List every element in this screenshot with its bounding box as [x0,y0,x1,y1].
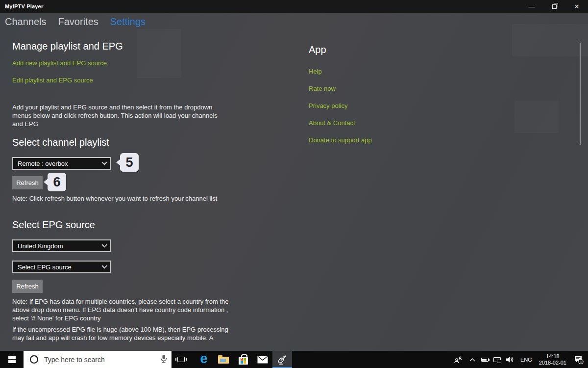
refresh-epg-button[interactable]: Refresh [12,280,43,293]
people-button[interactable] [451,351,466,368]
satellite-dish-icon [276,354,288,366]
search-placeholder: Type here to search [44,356,105,364]
edge-icon: e [200,352,207,366]
add-playlist-link[interactable]: Add new playlist and EPG source [12,59,107,67]
chevron-down-icon [101,159,107,165]
playlist-note: Note: Click refresh button whenever you … [12,194,228,203]
epg-note-1: Note: If EPG has data for multiple count… [12,297,230,322]
annotation-badge-5: 5 [120,153,139,172]
action-center-icon: 1 [573,354,585,365]
tray-overflow-button[interactable] [466,351,479,368]
edit-playlist-link[interactable]: Edit playlist and EPG source [12,77,93,84]
clock[interactable]: 14:18 2018-02-01 [536,351,569,368]
epg-source-value: Select EPG source [18,263,72,271]
taskbar-store[interactable] [233,351,253,368]
minimize-button[interactable]: — [520,0,543,13]
close-button[interactable]: ✕ [565,0,588,13]
epg-heading: Select EPG source [12,219,95,231]
background-highlight [512,24,588,56]
chevron-down-icon [101,263,107,268]
file-explorer-icon [218,357,229,364]
cortana-icon [30,355,38,364]
annotation-badge-6: 6 [48,173,66,191]
chevron-up-icon [469,358,475,362]
vertical-scrollbar[interactable] [580,43,581,145]
taskbar-file-explorer[interactable] [214,351,233,368]
epg-source-dropdown[interactable]: Select EPG source [12,261,111,273]
refresh-playlist-button[interactable]: Refresh [12,176,43,189]
store-icon [239,357,248,365]
tab-favorites[interactable]: Favorites [58,16,98,27]
windows-taskbar: Type here to search e [0,351,588,368]
privacy-policy-link[interactable]: Privacy policy [309,102,347,109]
mail-icon [257,356,268,364]
restore-icon [552,4,557,9]
clock-date: 2018-02-01 [539,360,566,366]
taskbar-myiptv-player[interactable] [272,351,292,368]
action-center-button[interactable]: 1 [569,351,588,368]
chevron-down-icon [101,242,107,247]
manage-heading: Manage playlist and EPG [12,41,123,52]
playlist-heading: Select channel playlist [12,137,109,148]
start-button[interactable] [0,351,24,368]
speaker-icon [506,356,514,364]
system-tray: ENG 14:18 2018-02-01 1 [451,351,588,368]
battery-button[interactable] [479,351,491,368]
language-indicator[interactable]: ENG [516,351,536,368]
window-title: MyIPTV Player [5,3,43,9]
app-heading: App [309,44,326,55]
epg-country-value: United Kingdom [18,242,63,250]
network-icon [493,357,501,362]
donate-link[interactable]: Donate to support app [309,136,372,144]
channel-playlist-value: Remote : overbox [18,160,68,167]
taskbar-edge[interactable]: e [194,351,214,368]
intro-text: Add your playlist and EPG source and the… [12,103,218,128]
volume-button[interactable] [504,351,516,368]
battery-icon [481,358,489,362]
clock-time: 14:18 [539,353,566,360]
window-controls: — ✕ [520,0,588,13]
channel-playlist-dropdown[interactable]: Remote : overbox [12,157,111,170]
rate-now-link[interactable]: Rate now [309,85,336,92]
task-view-icon [177,357,185,362]
tab-settings[interactable]: Settings [110,16,146,27]
windows-logo-icon [8,356,16,363]
task-view-button[interactable] [172,351,190,368]
notification-badge: 1 [580,359,582,364]
restore-button[interactable] [543,0,565,13]
background-highlight [137,29,181,78]
main-nav: Channels Favorites Settings [5,16,146,27]
people-icon [454,356,463,364]
network-button[interactable] [491,351,504,368]
tab-channels[interactable]: Channels [5,16,47,27]
microphone-icon[interactable] [160,354,167,364]
epg-note-2: If the uncompressed EPG file is huge (ab… [12,325,230,342]
background-highlight [514,101,559,133]
about-contact-link[interactable]: About & Contact [309,119,355,127]
help-link[interactable]: Help [309,68,322,75]
title-bar: MyIPTV Player — ✕ [0,0,588,13]
taskbar-search-input[interactable]: Type here to search [24,351,172,368]
epg-country-dropdown[interactable]: United Kingdom [12,239,111,252]
taskbar-mail[interactable] [253,351,272,368]
